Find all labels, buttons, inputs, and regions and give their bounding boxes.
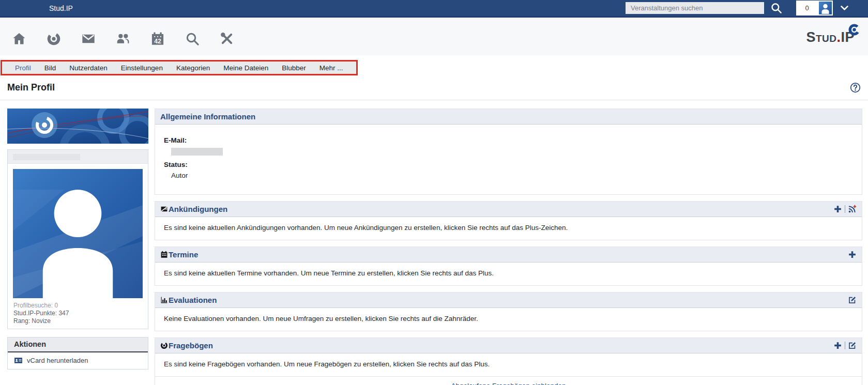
section-empty-text: Es sind keine Fragebögen vorhanden. Um n…: [155, 353, 862, 376]
tab-kategorien[interactable]: Kategorien: [170, 64, 217, 72]
section-fields: E-Mail:Status:Autor: [155, 125, 862, 194]
topbar-title: Stud.IP: [49, 4, 73, 12]
section-announcements: AnkündigungenEs sind keine aktuellen Ank…: [155, 201, 862, 240]
tab-row: ProfilBildNutzerdatenEinstellungenKatego…: [0, 55, 868, 75]
edit-icon[interactable]: [848, 341, 857, 350]
studip-spiral-icon: [847, 23, 861, 37]
chevron-down-icon[interactable]: [840, 3, 849, 13]
content-area: Profilbesuche: 0Stud.IP-Punkte: 347Rang:…: [0, 100, 868, 385]
user-box: 0: [796, 1, 833, 16]
section-title: Ankündigungen: [169, 205, 227, 213]
tab-meine-dateien[interactable]: Meine Dateien: [217, 64, 275, 72]
home-icon[interactable]: [12, 32, 26, 46]
annotation-highlight: ProfilBildNutzerdatenEinstellungenKatego…: [1, 60, 358, 75]
section-evaluations: EvaluationenKeine Evaluationen vorhanden…: [155, 292, 862, 331]
search-icon[interactable]: [770, 2, 782, 14]
svg-text:42: 42: [154, 37, 161, 44]
section-header: Evaluationen: [155, 292, 862, 308]
profile-stats: Profilbesuche: 0Stud.IP-Punkte: 347Rang:…: [8, 302, 148, 329]
show-expired-questionnaires-link[interactable]: Abgelaufene Fragebögen einblenden: [451, 382, 566, 385]
community-icon[interactable]: [116, 32, 130, 46]
page-title: Mein Profil: [7, 82, 55, 93]
profile-name-header: [8, 150, 148, 164]
separator: [845, 342, 845, 349]
section-header: Termine: [155, 247, 862, 263]
section-header-actions: [833, 205, 857, 213]
action-label: vCard herunterladen: [27, 357, 88, 364]
section-header: Ankündigungen: [155, 202, 862, 217]
notification-counter[interactable]: 0: [796, 4, 818, 12]
topbar: Stud.IP 0: [0, 0, 868, 18]
section-empty-text: Es sind keine aktuellen Ankündigungen vo…: [155, 217, 862, 240]
tab-nutzerdaten[interactable]: Nutzerdaten: [63, 64, 114, 72]
profile-stat: Rang: Novize: [13, 317, 142, 325]
section-general-info: Allgemeine InformationenE-Mail:Status:Au…: [155, 109, 862, 195]
actions-title: Aktionen: [8, 337, 148, 352]
section-dates: TermineEs sind keine aktuellen Termine v…: [155, 247, 862, 286]
section-header-actions: [848, 250, 857, 259]
mail-icon[interactable]: [81, 32, 96, 46]
section-header-actions: [848, 296, 857, 304]
field-label: Status:: [164, 161, 857, 169]
plus-icon[interactable]: [848, 250, 857, 259]
tab-mehr[interactable]: Mehr ...: [313, 64, 350, 72]
section-title: Allgemeine Informationen: [160, 112, 255, 121]
edit-icon[interactable]: [848, 296, 857, 304]
page-header: Mein Profil: [0, 75, 868, 100]
search-icon[interactable]: [185, 32, 200, 46]
redacted-name: [13, 154, 80, 160]
topbar-right-group: 0: [626, 1, 849, 16]
field-value: Autor: [171, 172, 857, 180]
actions-list: vCard herunterladen: [8, 352, 148, 369]
toolbar-icons: 42: [12, 27, 234, 46]
section-title: Termine: [169, 250, 198, 259]
separator: [845, 205, 845, 213]
studip-app: Stud.IP 0 42 Stud.IP ProfilBildNutzerdat…: [0, 0, 868, 385]
main-sections: Allgemeine InformationenE-Mail:Status:Au…: [155, 109, 862, 385]
action-vcard-download[interactable]: vCard herunterladen: [8, 352, 148, 369]
plus-icon[interactable]: [833, 341, 842, 350]
tab-bild[interactable]: Bild: [38, 64, 63, 72]
calendar42-icon[interactable]: 42: [150, 32, 165, 46]
redacted-value: [171, 148, 223, 156]
profile-banner-image: [7, 109, 148, 144]
questionnaire-icon: [160, 342, 168, 349]
section-questionnaires: FragebögenEs sind keine Fragebögen vorha…: [155, 337, 862, 385]
field: Status:Autor: [164, 161, 857, 180]
course-search-input[interactable]: [626, 2, 764, 14]
main-icon-toolbar: 42 Stud.IP: [0, 18, 868, 55]
studip-spiral-icon[interactable]: [47, 32, 61, 46]
actions-card: Aktionen vCard herunterladen: [7, 337, 148, 369]
announcements-icon: [160, 205, 168, 213]
section-header: Fragebögen: [155, 338, 862, 353]
tab-profil[interactable]: Profil: [8, 64, 38, 72]
profile-avatar-image: [13, 169, 143, 298]
logo-text: Stud: [806, 29, 836, 45]
section-title: Fragebögen: [169, 341, 213, 350]
section-title: Evaluationen: [169, 296, 217, 304]
section-empty-text: Es sind keine aktuellen Termine vorhande…: [155, 263, 862, 285]
dates-icon: [160, 251, 168, 258]
profile-stat: Profilbesuche: 0: [13, 302, 142, 310]
studip-logo: Stud.IP: [806, 30, 855, 44]
avatar[interactable]: [818, 1, 833, 16]
field: E-Mail:: [164, 136, 857, 156]
section-footer: Abgelaufene Fragebögen einblenden: [155, 376, 862, 385]
field-label: E-Mail:: [164, 136, 857, 145]
chart-icon: [160, 296, 168, 304]
profile-card: Profilbesuche: 0Stud.IP-Punkte: 347Rang:…: [7, 149, 148, 329]
vcard-icon: [14, 356, 23, 365]
tab-einstellungen[interactable]: Einstellungen: [114, 64, 170, 72]
profile-stat: Stud.IP-Punkte: 347: [13, 310, 142, 317]
rss-add-icon[interactable]: [848, 205, 857, 213]
tools-icon[interactable]: [220, 32, 234, 46]
section-empty-text: Keine Evaluationen vorhanden. Um neue Um…: [155, 308, 862, 331]
section-header-actions: [833, 341, 857, 350]
section-header: Allgemeine Informationen: [155, 109, 862, 125]
plus-icon[interactable]: [833, 205, 842, 213]
tab-blubber[interactable]: Blubber: [275, 64, 313, 72]
avatar-wrap: [8, 164, 148, 302]
sidebar: Profilbesuche: 0Stud.IP-Punkte: 347Rang:…: [7, 109, 148, 377]
help-icon[interactable]: [850, 82, 861, 93]
